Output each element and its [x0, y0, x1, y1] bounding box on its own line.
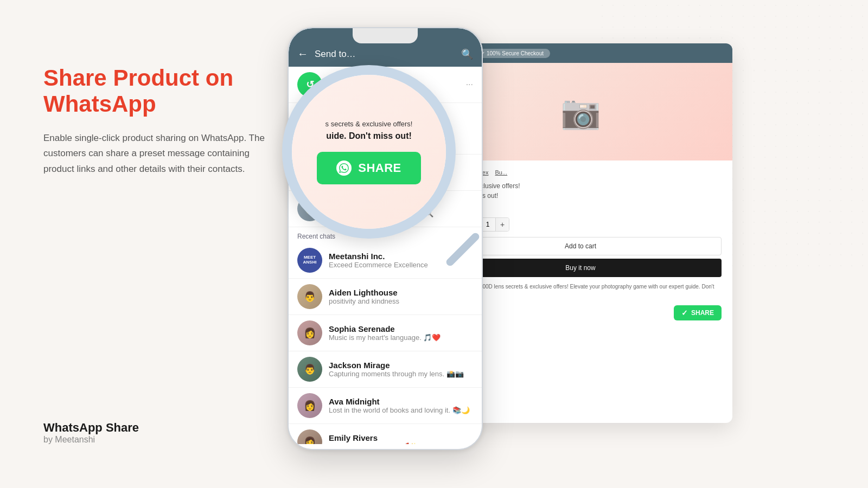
contact-status-sophia: Music is my heart's language. 🎵❤️	[329, 333, 473, 342]
avatar-face-aiden: 👨	[297, 284, 322, 309]
recent-chat-jackson[interactable]: 👨 Jackson Mirage Capturing moments throu…	[289, 351, 482, 388]
magnifier-text1: s secrets & exclusive offers!	[326, 120, 413, 128]
contact-status-emily2: Exploring the universe 🚀✨	[329, 442, 473, 444]
avatar-emily2: 👩	[297, 429, 322, 444]
page-description: Enable single-click product sharing on W…	[43, 131, 277, 178]
contact-info-jackson: Jackson Mirage Capturing moments through…	[329, 361, 473, 378]
contact-info-emily2: Emily Rivers Exploring the universe 🚀✨	[329, 433, 473, 444]
product-link-2[interactable]: Bu...	[495, 169, 508, 176]
contact-name-jackson: Jackson Mirage	[329, 361, 473, 370]
contact-name-aiden: Aiden Lighthouse	[329, 288, 473, 297]
contact-status-jackson: Capturing moments through my lens. 📸📷	[329, 370, 473, 378]
quantity-increase-button[interactable]: +	[496, 218, 509, 231]
brand-subtitle: by Meetanshi	[43, 435, 139, 445]
recent-chat-emily2[interactable]: 👩 Emily Rivers Exploring the universe 🚀✨	[289, 424, 482, 444]
avatar-face-jackson: 👨	[297, 357, 322, 382]
contact-status-aiden: positivity and kindness	[329, 297, 473, 305]
wa-logo-icon	[336, 160, 352, 176]
camera-icon: 📷	[560, 93, 601, 131]
avatar-jackson: 👨	[297, 357, 322, 382]
recent-chat-sophia[interactable]: 👩 Sophia Serenade Music is my heart's la…	[289, 315, 482, 351]
contact-info-sophia: Sophia Serenade Music is my heart's lang…	[329, 324, 473, 342]
contact-name-ava: Ava Midnight	[329, 397, 473, 406]
magnifier-content: s secrets & exclusive offers! uide. Don'…	[292, 75, 446, 229]
contact-name-sophia: Sophia Serenade	[329, 324, 473, 333]
avatar-sophia: 👩	[297, 320, 322, 345]
secure-checkout-badge: ✓ 100% Secure Checkout	[474, 49, 550, 58]
contact-info-aiden: Aiden Lighthouse positivity and kindness	[329, 288, 473, 305]
recent-chat-aiden[interactable]: 👨 Aiden Lighthouse positivity and kindne…	[289, 279, 482, 315]
wa-share-small-label: SHARE	[691, 309, 714, 317]
brand-title: WhatsApp Share	[43, 421, 139, 435]
magnifier-overlay: s secrets & exclusive offers! uide. Don'…	[282, 65, 456, 239]
search-icon[interactable]: 🔍	[461, 48, 473, 60]
big-share-label: SHARE	[358, 161, 401, 175]
wa-share-small-button[interactable]: ✓ SHARE	[674, 305, 722, 320]
avatar-aiden: 👨	[297, 284, 322, 309]
meetanshi-logo: MEETANSHI	[303, 255, 317, 265]
more-dots-icon[interactable]: ···	[466, 80, 473, 89]
avatar-ava: 👩	[297, 393, 322, 418]
contact-name-emily2: Emily Rivers	[329, 433, 473, 442]
magnifier-text2: uide. Don't miss out!	[326, 131, 412, 141]
big-share-button[interactable]: SHARE	[317, 152, 421, 184]
wa-icon-small: ✓	[681, 309, 688, 317]
wa-header-title: Send to…	[315, 49, 455, 60]
avatar-face-ava: 👩	[297, 393, 322, 418]
page-title: Share Product on WhatsApp	[43, 65, 277, 118]
avatar-face-sophia: 👩	[297, 320, 322, 345]
left-section: Share Product on WhatsApp Enable single-…	[43, 65, 277, 177]
phone-notch	[353, 28, 418, 43]
back-button[interactable]: ←	[297, 48, 308, 60]
contact-info-ava: Ava Midnight Lost in the world of books …	[329, 397, 473, 414]
recent-chat-ava[interactable]: 👩 Ava Midnight Lost in the world of book…	[289, 388, 482, 424]
bottom-branding: WhatsApp Share by Meetanshi	[43, 421, 139, 445]
avatar-face-emily2: 👩	[297, 429, 322, 444]
avatar-meetanshi: MEETANSHI	[297, 248, 322, 273]
contact-status-ava: Lost in the world of books and loving it…	[329, 406, 473, 414]
